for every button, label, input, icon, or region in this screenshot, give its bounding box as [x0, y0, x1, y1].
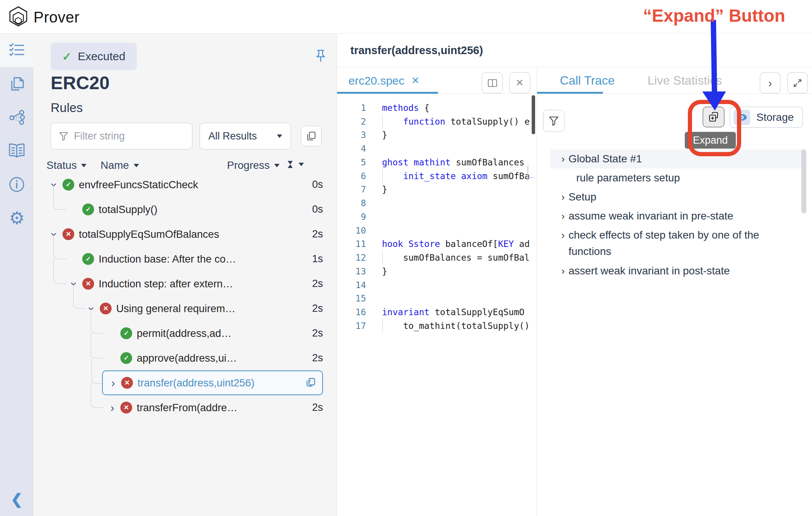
rule-name: totalSupply() — [99, 204, 157, 216]
rule-duration: 0s — [312, 179, 323, 191]
sidebar-item-share-graph[interactable] — [0, 101, 34, 134]
sidebar-item-rules-list[interactable] — [0, 34, 34, 67]
results-filter-select[interactable]: All Results — [200, 123, 291, 149]
code-text: invariant totalSupplyEqSumO — [366, 307, 524, 317]
code-line[interactable]: 12 sumOfBalances = sumOfBal — [337, 251, 537, 264]
trace-item[interactable]: ›assert weak invariant in post-state — [537, 261, 812, 280]
trace-item[interactable]: ›Setup — [537, 187, 812, 207]
code-line[interactable]: 9 — [337, 210, 537, 224]
sort-caret-icon — [274, 164, 280, 167]
code-line[interactable]: 14 — [337, 278, 537, 292]
trace-scrollbar[interactable] — [801, 149, 806, 213]
settings-gear-icon: ⚙ — [9, 209, 24, 227]
trace-item-label: assert weak invariant in post-state — [569, 263, 730, 279]
tab-call-trace[interactable]: Call Trace — [560, 67, 615, 94]
column-name[interactable]: Name — [101, 159, 139, 171]
prover-logo-icon — [8, 6, 28, 29]
status-pass-icon: ✓ — [120, 327, 132, 339]
trace-item[interactable]: ›assume weak invariant in pre-state — [537, 207, 812, 226]
code-line[interactable]: 16invariant totalSupplyEqSumO — [337, 305, 537, 319]
status-badge-label: Executed — [78, 50, 125, 63]
code-line[interactable]: 7} — [337, 183, 537, 197]
filter-input[interactable]: Filter string — [51, 123, 192, 149]
line-number: 8 — [337, 198, 366, 208]
line-number: 5 — [337, 157, 366, 167]
code-line[interactable]: 17 to_mathint(totalSupply() — [337, 319, 537, 333]
code-line[interactable]: 11hook Sstore balanceOf[KEY ad — [337, 237, 537, 251]
tree-connector-line — [91, 308, 104, 333]
code-editor[interactable]: 1methods {2 function totalSupply() e3}45… — [337, 101, 537, 333]
trace-item[interactable]: ›check effects of step taken by one of t… — [537, 226, 812, 261]
fullscreen-button[interactable] — [787, 72, 808, 93]
chevron-right-icon[interactable]: › — [561, 191, 565, 203]
code-line[interactable]: 8 — [337, 196, 537, 210]
code-line[interactable]: 10 — [337, 224, 537, 237]
tab-close-icon[interactable]: ✕ — [411, 75, 420, 87]
rule-tree-row[interactable]: ›✕totalSupplyEqSumOfBalances2s — [34, 222, 337, 247]
line-number: 11 — [337, 239, 366, 249]
sidebar-item-settings[interactable]: ⚙ — [0, 201, 34, 235]
trace-item-label: Setup — [569, 189, 596, 205]
sidebar-collapse-button[interactable]: ❮ — [0, 491, 34, 508]
trace-filter-button[interactable] — [543, 110, 564, 132]
editor-scrollbar[interactable] — [532, 95, 535, 134]
copy-rules-button[interactable] — [301, 126, 321, 146]
next-button[interactable]: › — [760, 72, 780, 93]
sidebar-item-info[interactable] — [0, 168, 34, 201]
filter-funnel-icon — [59, 131, 69, 141]
logo[interactable]: Prover — [8, 6, 80, 29]
tree-connector-line — [91, 359, 104, 384]
tab-erc20-spec[interactable]: erc20.spec ✕ — [348, 67, 420, 94]
column-status[interactable]: Status — [46, 159, 86, 171]
code-line[interactable]: 2 function totalSupply() e — [337, 115, 537, 128]
pin-icon[interactable] — [314, 49, 329, 64]
chevron-right-icon[interactable]: › — [108, 377, 118, 389]
rule-name: Induction base: After the co… — [99, 253, 236, 265]
line-number: 16 — [337, 307, 366, 317]
sidebar-item-docs-book[interactable] — [0, 134, 34, 168]
code-line[interactable]: 15 — [337, 292, 537, 306]
line-number: 17 — [337, 321, 366, 331]
rule-tree-row[interactable]: ›✓approve(address,ui…2s — [34, 346, 337, 370]
code-line[interactable]: 5ghost mathint sumOfBalances — [337, 155, 537, 169]
share-graph-icon — [8, 109, 25, 126]
chevron-right-icon[interactable]: › — [107, 401, 117, 414]
split-view-button[interactable] — [482, 72, 503, 93]
trace-list: ›Global State #1rule parameters setup›Se… — [537, 149, 812, 280]
indent-guide — [382, 169, 383, 183]
expand-all-button[interactable] — [703, 107, 724, 127]
rule-duration: 2s — [312, 402, 323, 413]
trace-item[interactable]: rule parameters setup — [537, 168, 812, 187]
chevron-right-icon[interactable]: › — [561, 229, 565, 241]
chevron-right-icon[interactable]: › — [561, 210, 565, 222]
status-fail-icon: ✕ — [120, 402, 132, 413]
tab-live-statistics[interactable]: Live Statistics — [647, 67, 722, 94]
column-duration[interactable] — [286, 159, 304, 170]
rule-tree-row[interactable]: ›✓permit(address,ad…2s — [34, 321, 337, 346]
expand-tooltip: Expand — [685, 132, 736, 149]
copy-rule-icon[interactable] — [305, 377, 316, 389]
rule-tree-row[interactable]: ›✕Using general requirem…2s — [34, 296, 337, 321]
chevron-right-icon[interactable]: › — [561, 153, 565, 165]
rule-name: approve(address,ui… — [137, 352, 237, 364]
column-progress[interactable]: Progress — [227, 159, 280, 171]
code-line[interactable]: 4 — [337, 142, 537, 155]
sidebar-item-copy-pages[interactable] — [0, 67, 34, 101]
code-line[interactable]: 1methods { — [337, 101, 537, 115]
code-line[interactable]: 6 init_state axiom sumOfBa — [337, 169, 537, 183]
trace-item[interactable]: ›Global State #1 — [550, 149, 804, 168]
rule-tree-row[interactable]: ›✓totalSupply()0s — [34, 197, 337, 222]
code-line[interactable]: 13} — [337, 264, 537, 278]
code-line[interactable]: 3} — [337, 128, 537, 142]
call-trace-panel: Call Trace Live Statistics › — [537, 67, 812, 516]
storage-button[interactable]: Storage — [730, 107, 803, 128]
chevron-right-icon[interactable]: › — [561, 265, 565, 277]
rule-tree-row[interactable]: ›✓envfreeFuncsStaticCheck0s — [34, 172, 337, 197]
rule-tree-row[interactable]: ›✕transferFrom(addre…2s — [34, 395, 337, 420]
rule-tree-row[interactable]: ›✓Induction base: After the co…1s — [34, 247, 337, 271]
result-title: transfer(address,uint256) — [350, 44, 483, 57]
logo-text: Prover — [34, 9, 80, 26]
rule-tree-row[interactable]: ›✕transfer(address,uint256) — [102, 370, 323, 395]
filter-placeholder: Filter string — [74, 130, 125, 142]
close-editor-button[interactable]: ✕ — [509, 72, 530, 93]
